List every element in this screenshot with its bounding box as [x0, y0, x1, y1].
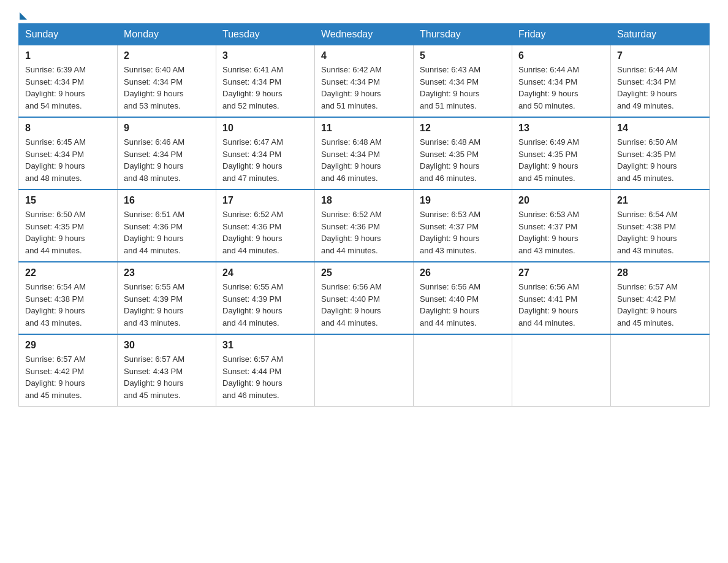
- calendar-cell: 23 Sunrise: 6:55 AM Sunset: 4:39 PM Dayl…: [118, 262, 216, 334]
- calendar-cell: 7 Sunrise: 6:44 AM Sunset: 4:34 PM Dayli…: [611, 45, 710, 118]
- day-number: 19: [420, 195, 506, 206]
- logo-text: [18, 12, 28, 20]
- calendar-cell: 13 Sunrise: 6:49 AM Sunset: 4:35 PM Dayl…: [512, 117, 611, 190]
- calendar-cell: 25 Sunrise: 6:56 AM Sunset: 4:40 PM Dayl…: [315, 262, 414, 334]
- day-info: Sunrise: 6:53 AM Sunset: 4:37 PM Dayligh…: [518, 209, 604, 256]
- day-info: Sunrise: 6:48 AM Sunset: 4:35 PM Dayligh…: [420, 136, 506, 184]
- day-number: 8: [25, 123, 111, 134]
- day-info: Sunrise: 6:39 AM Sunset: 4:34 PM Dayligh…: [25, 64, 111, 112]
- calendar-cell: 8 Sunrise: 6:45 AM Sunset: 4:34 PM Dayli…: [19, 117, 118, 190]
- day-number: 15: [25, 195, 111, 206]
- day-info: Sunrise: 6:44 AM Sunset: 4:34 PM Dayligh…: [518, 64, 604, 112]
- day-info: Sunrise: 6:42 AM Sunset: 4:34 PM Dayligh…: [321, 64, 407, 112]
- day-number: 31: [222, 340, 308, 351]
- calendar-cell: 16 Sunrise: 6:51 AM Sunset: 4:36 PM Dayl…: [118, 190, 216, 262]
- day-number: 6: [518, 50, 604, 61]
- calendar-cell: 10 Sunrise: 6:47 AM Sunset: 4:34 PM Dayl…: [216, 117, 315, 190]
- calendar-header-monday: Monday: [118, 24, 216, 45]
- day-info: Sunrise: 6:54 AM Sunset: 4:38 PM Dayligh…: [25, 281, 111, 329]
- calendar-header-row: SundayMondayTuesdayWednesdayThursdayFrid…: [19, 24, 710, 45]
- calendar-cell: 9 Sunrise: 6:46 AM Sunset: 4:34 PM Dayli…: [118, 117, 216, 190]
- day-number: 4: [321, 50, 407, 61]
- calendar-cell: 11 Sunrise: 6:48 AM Sunset: 4:34 PM Dayl…: [315, 117, 414, 190]
- day-number: 25: [321, 267, 407, 278]
- day-info: Sunrise: 6:45 AM Sunset: 4:34 PM Dayligh…: [25, 136, 111, 184]
- calendar-cell: 17 Sunrise: 6:52 AM Sunset: 4:36 PM Dayl…: [216, 190, 315, 262]
- calendar-cell: 30 Sunrise: 6:57 AM Sunset: 4:43 PM Dayl…: [118, 334, 216, 407]
- logo-arrow-icon: [20, 12, 27, 20]
- calendar-header-tuesday: Tuesday: [216, 24, 315, 45]
- day-info: Sunrise: 6:57 AM Sunset: 4:42 PM Dayligh…: [617, 281, 703, 329]
- calendar-week-row: 29 Sunrise: 6:57 AM Sunset: 4:42 PM Dayl…: [19, 334, 710, 407]
- calendar-cell: 31 Sunrise: 6:57 AM Sunset: 4:44 PM Dayl…: [216, 334, 315, 407]
- calendar-header-sunday: Sunday: [19, 24, 118, 45]
- day-number: 29: [25, 340, 111, 351]
- day-number: 16: [124, 195, 210, 206]
- day-info: Sunrise: 6:48 AM Sunset: 4:34 PM Dayligh…: [321, 136, 407, 184]
- day-info: Sunrise: 6:50 AM Sunset: 4:35 PM Dayligh…: [25, 209, 111, 256]
- calendar-cell: 2 Sunrise: 6:40 AM Sunset: 4:34 PM Dayli…: [118, 45, 216, 118]
- day-number: 30: [124, 340, 210, 351]
- calendar-week-row: 8 Sunrise: 6:45 AM Sunset: 4:34 PM Dayli…: [19, 117, 710, 190]
- calendar-week-row: 15 Sunrise: 6:50 AM Sunset: 4:35 PM Dayl…: [19, 190, 710, 262]
- calendar-cell: 21 Sunrise: 6:54 AM Sunset: 4:38 PM Dayl…: [611, 190, 710, 262]
- day-number: 2: [124, 50, 210, 61]
- calendar-header-wednesday: Wednesday: [315, 24, 414, 45]
- day-number: 22: [25, 267, 111, 278]
- day-info: Sunrise: 6:43 AM Sunset: 4:34 PM Dayligh…: [420, 64, 506, 112]
- day-info: Sunrise: 6:53 AM Sunset: 4:37 PM Dayligh…: [420, 209, 506, 256]
- day-number: 27: [518, 267, 604, 278]
- day-info: Sunrise: 6:52 AM Sunset: 4:36 PM Dayligh…: [321, 209, 407, 256]
- day-number: 26: [420, 267, 506, 278]
- day-info: Sunrise: 6:40 AM Sunset: 4:34 PM Dayligh…: [124, 64, 210, 112]
- calendar-cell: 29 Sunrise: 6:57 AM Sunset: 4:42 PM Dayl…: [19, 334, 118, 407]
- day-info: Sunrise: 6:46 AM Sunset: 4:34 PM Dayligh…: [124, 136, 210, 184]
- day-number: 13: [518, 123, 604, 134]
- calendar-table: SundayMondayTuesdayWednesdayThursdayFrid…: [18, 23, 710, 407]
- day-info: Sunrise: 6:55 AM Sunset: 4:39 PM Dayligh…: [124, 281, 210, 329]
- day-info: Sunrise: 6:55 AM Sunset: 4:39 PM Dayligh…: [222, 281, 308, 329]
- calendar-cell: [611, 334, 710, 407]
- day-number: 21: [617, 195, 703, 206]
- calendar-week-row: 22 Sunrise: 6:54 AM Sunset: 4:38 PM Dayl…: [19, 262, 710, 334]
- calendar-cell: [315, 334, 414, 407]
- calendar-header-friday: Friday: [512, 24, 611, 45]
- page-header: [18, 12, 710, 17]
- day-info: Sunrise: 6:54 AM Sunset: 4:38 PM Dayligh…: [617, 209, 703, 256]
- calendar-header-thursday: Thursday: [414, 24, 512, 45]
- day-info: Sunrise: 6:56 AM Sunset: 4:41 PM Dayligh…: [518, 281, 604, 329]
- calendar-cell: 22 Sunrise: 6:54 AM Sunset: 4:38 PM Dayl…: [19, 262, 118, 334]
- day-number: 24: [222, 267, 308, 278]
- day-info: Sunrise: 6:57 AM Sunset: 4:43 PM Dayligh…: [124, 353, 210, 401]
- day-number: 9: [124, 123, 210, 134]
- day-info: Sunrise: 6:56 AM Sunset: 4:40 PM Dayligh…: [321, 281, 407, 329]
- day-info: Sunrise: 6:44 AM Sunset: 4:34 PM Dayligh…: [617, 64, 703, 112]
- calendar-cell: 4 Sunrise: 6:42 AM Sunset: 4:34 PM Dayli…: [315, 45, 414, 118]
- day-number: 11: [321, 123, 407, 134]
- calendar-cell: 5 Sunrise: 6:43 AM Sunset: 4:34 PM Dayli…: [414, 45, 512, 118]
- calendar-cell: 26 Sunrise: 6:56 AM Sunset: 4:40 PM Dayl…: [414, 262, 512, 334]
- calendar-cell: 27 Sunrise: 6:56 AM Sunset: 4:41 PM Dayl…: [512, 262, 611, 334]
- calendar-cell: [414, 334, 512, 407]
- day-number: 18: [321, 195, 407, 206]
- calendar-cell: 28 Sunrise: 6:57 AM Sunset: 4:42 PM Dayl…: [611, 262, 710, 334]
- calendar-cell: 3 Sunrise: 6:41 AM Sunset: 4:34 PM Dayli…: [216, 45, 315, 118]
- calendar-cell: 12 Sunrise: 6:48 AM Sunset: 4:35 PM Dayl…: [414, 117, 512, 190]
- calendar-cell: 20 Sunrise: 6:53 AM Sunset: 4:37 PM Dayl…: [512, 190, 611, 262]
- day-info: Sunrise: 6:56 AM Sunset: 4:40 PM Dayligh…: [420, 281, 506, 329]
- calendar-cell: 1 Sunrise: 6:39 AM Sunset: 4:34 PM Dayli…: [19, 45, 118, 118]
- calendar-cell: 18 Sunrise: 6:52 AM Sunset: 4:36 PM Dayl…: [315, 190, 414, 262]
- day-number: 7: [617, 50, 703, 61]
- calendar-cell: 14 Sunrise: 6:50 AM Sunset: 4:35 PM Dayl…: [611, 117, 710, 190]
- day-number: 1: [25, 50, 111, 61]
- calendar-cell: [512, 334, 611, 407]
- day-info: Sunrise: 6:49 AM Sunset: 4:35 PM Dayligh…: [518, 136, 604, 184]
- calendar-cell: 6 Sunrise: 6:44 AM Sunset: 4:34 PM Dayli…: [512, 45, 611, 118]
- logo: [18, 12, 28, 17]
- day-number: 5: [420, 50, 506, 61]
- calendar-cell: 19 Sunrise: 6:53 AM Sunset: 4:37 PM Dayl…: [414, 190, 512, 262]
- day-info: Sunrise: 6:57 AM Sunset: 4:44 PM Dayligh…: [222, 353, 308, 401]
- day-number: 20: [518, 195, 604, 206]
- day-number: 10: [222, 123, 308, 134]
- calendar-week-row: 1 Sunrise: 6:39 AM Sunset: 4:34 PM Dayli…: [19, 45, 710, 118]
